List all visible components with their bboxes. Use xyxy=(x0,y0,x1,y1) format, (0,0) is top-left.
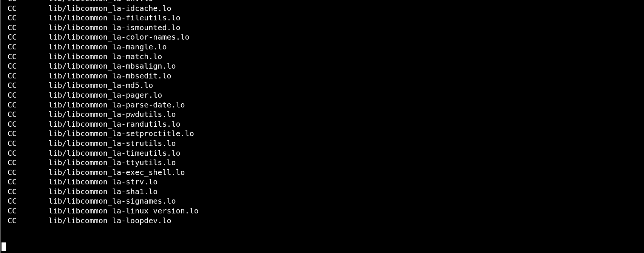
terminal-line: CClib/libcommon_la-exec_shell.lo xyxy=(8,168,644,178)
terminal-line: CClib/libcommon_la-env.lo xyxy=(8,0,644,4)
compile-label: CC xyxy=(8,23,48,33)
compile-label: CC xyxy=(8,206,48,216)
terminal-line: CClib/libcommon_la-color-names.lo xyxy=(8,32,644,42)
compile-label: CC xyxy=(8,158,48,168)
compile-label: CC xyxy=(8,61,48,71)
compile-label: CC xyxy=(8,4,48,14)
compile-file: lib/libcommon_la-randutils.lo xyxy=(48,120,180,129)
terminal-line: CClib/libcommon_la-ismounted.lo xyxy=(8,23,644,33)
terminal-line: CClib/libcommon_la-strv.lo xyxy=(8,177,644,187)
terminal-line: CClib/libcommon_la-loopdev.lo xyxy=(8,216,644,226)
compile-label: CC xyxy=(8,90,48,100)
compile-label: CC xyxy=(8,100,48,110)
compile-label: CC xyxy=(8,196,48,206)
compile-file: lib/libcommon_la-mbsedit.lo xyxy=(48,71,171,80)
terminal-line: CClib/libcommon_la-md5.lo xyxy=(8,81,644,90)
terminal-line: CClib/libcommon_la-mangle.lo xyxy=(8,42,644,52)
terminal-line: CClib/libcommon_la-parse-date.lo xyxy=(8,100,644,110)
compile-file: lib/libcommon_la-idcache.lo xyxy=(48,4,171,13)
compile-label: CC xyxy=(8,0,48,4)
terminal-line: CClib/libcommon_la-idcache.lo xyxy=(8,4,644,14)
compile-file: lib/libcommon_la-md5.lo xyxy=(48,81,153,90)
compile-label: CC xyxy=(8,13,48,23)
terminal-line: CClib/libcommon_la-signames.lo xyxy=(8,196,644,206)
terminal-line: CClib/libcommon_la-mbsedit.lo xyxy=(8,71,644,81)
compile-label: CC xyxy=(8,81,48,90)
compile-file: lib/libcommon_la-color-names.lo xyxy=(48,32,189,41)
terminal-line: CClib/libcommon_la-fileutils.lo xyxy=(8,13,644,23)
compile-label: CC xyxy=(8,216,48,226)
terminal-line: CClib/libcommon_la-setproctitle.lo xyxy=(8,129,644,139)
compile-label: CC xyxy=(8,187,48,197)
terminal-line: CClib/libcommon_la-pwdutils.lo xyxy=(8,110,644,120)
compile-file: lib/libcommon_la-exec_shell.lo xyxy=(48,168,185,177)
terminal-line: CClib/libcommon_la-ttyutils.lo xyxy=(8,158,644,168)
compile-label: CC xyxy=(8,149,48,158)
compile-file: lib/libcommon_la-match.lo xyxy=(48,52,162,61)
terminal-line: CClib/libcommon_la-mbsalign.lo xyxy=(8,61,644,71)
terminal-line: CClib/libcommon_la-sha1.lo xyxy=(8,187,644,197)
compile-file: lib/libcommon_la-timeutils.lo xyxy=(48,149,180,158)
compile-file: lib/libcommon_la-fileutils.lo xyxy=(48,13,180,22)
compile-file: lib/libcommon_la-loopdev.lo xyxy=(48,216,171,225)
compile-file: lib/libcommon_la-mangle.lo xyxy=(48,42,167,51)
compile-file: lib/libcommon_la-ismounted.lo xyxy=(48,23,180,32)
compile-file: lib/libcommon_la-parse-date.lo xyxy=(48,100,185,109)
compile-label: CC xyxy=(8,139,48,149)
compile-label: CC xyxy=(8,32,48,42)
compile-file: lib/libcommon_la-env.lo xyxy=(48,0,153,3)
compile-file: lib/libcommon_la-ttyutils.lo xyxy=(48,158,176,167)
compile-label: CC xyxy=(8,110,48,120)
compile-label: CC xyxy=(8,42,48,52)
terminal-line: CClib/libcommon_la-pager.lo xyxy=(8,90,644,100)
compile-label: CC xyxy=(8,168,48,178)
compile-file: lib/libcommon_la-strv.lo xyxy=(48,177,158,186)
compile-file: lib/libcommon_la-linux_version.lo xyxy=(48,206,198,215)
compile-label: CC xyxy=(8,129,48,139)
terminal-output[interactable]: CClib/libcommon_la-env.loCClib/libcommon… xyxy=(1,0,644,225)
terminal-cursor xyxy=(2,242,6,251)
compile-label: CC xyxy=(8,52,48,62)
compile-file: lib/libcommon_la-sha1.lo xyxy=(48,187,158,196)
compile-file: lib/libcommon_la-setproctitle.lo xyxy=(48,129,194,138)
compile-file: lib/libcommon_la-signames.lo xyxy=(48,196,176,205)
terminal-line: CClib/libcommon_la-match.lo xyxy=(8,52,644,62)
compile-label: CC xyxy=(8,71,48,81)
compile-file: lib/libcommon_la-strutils.lo xyxy=(48,139,176,148)
compile-label: CC xyxy=(8,177,48,187)
compile-file: lib/libcommon_la-pwdutils.lo xyxy=(48,110,176,119)
compile-file: lib/libcommon_la-pager.lo xyxy=(48,90,162,100)
terminal-line: CClib/libcommon_la-strutils.lo xyxy=(8,139,644,149)
terminal-line: CClib/libcommon_la-linux_version.lo xyxy=(8,206,644,216)
terminal-line: CClib/libcommon_la-randutils.lo xyxy=(8,120,644,129)
compile-file: lib/libcommon_la-mbsalign.lo xyxy=(48,61,176,71)
terminal-line: CClib/libcommon_la-timeutils.lo xyxy=(8,149,644,158)
compile-label: CC xyxy=(8,120,48,129)
